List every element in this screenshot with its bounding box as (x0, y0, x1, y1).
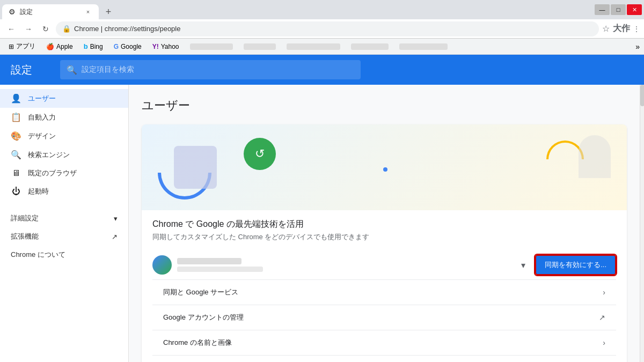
content-area: ユーザー ↺ Chrome で Google の最先端技術を活用 同期してカスタ… (129, 85, 640, 362)
yahoo-icon: Y! (152, 43, 159, 50)
bookmark-apps[interactable]: ⊞ アプリ (4, 41, 40, 52)
bookmark-apple-label: Apple (56, 43, 73, 50)
tab-title: 設定 (20, 8, 33, 17)
address-bar: ← → ↻ 🔒 Chrome | chrome://settings/peopl… (0, 19, 644, 39)
restore-button[interactable]: □ (611, 4, 626, 15)
bookmark-bing[interactable]: b Bing (79, 41, 107, 51)
forward-button[interactable]: → (21, 22, 35, 36)
sidebar-extensions-label: 拡張機能 (11, 232, 39, 241)
scrollbar-track[interactable] (640, 85, 644, 362)
close-button[interactable]: ✕ (627, 4, 642, 15)
tab-favicon: ⚙ (9, 8, 16, 16)
sidebar-item-autofill[interactable]: 📋 自動入力 (0, 108, 128, 127)
default-browser-icon: 🖥 (11, 168, 21, 178)
minimize-button[interactable]: — (595, 4, 610, 15)
sidebar-about-label: Chrome について (11, 250, 65, 260)
sidebar-extensions-ext-icon: ↗ (112, 233, 118, 241)
window-controls: — □ ✕ (595, 4, 642, 15)
apple-icon: 🍎 (46, 43, 54, 50)
user-account-row: ▾ 同期を有効にする... (152, 250, 616, 280)
bookmarks-bar: ⊞ アプリ 🍎 Apple b Bing G Google Y! Yahoo » (0, 39, 644, 55)
scrollbar-thumb[interactable] (640, 85, 644, 106)
hero-dot-decoration (383, 167, 387, 172)
sidebar-startup-label: 起動時 (28, 187, 49, 196)
bookmark-blurred-3[interactable] (282, 42, 345, 51)
new-tab-button[interactable]: + (101, 4, 116, 19)
user-name-blurred (177, 258, 241, 264)
sidebar-autofill-label: 自動入力 (28, 113, 56, 122)
sidebar-section-extensions[interactable]: 拡張機能 ↗ (0, 227, 128, 246)
sidebar-advanced-label: 詳細設定 (11, 213, 39, 223)
user-avatar (152, 255, 172, 275)
account-dropdown-icon[interactable]: ▾ (521, 260, 525, 270)
url-text: Chrome | chrome://settings/people (74, 25, 180, 33)
hero-subtitle: 同期してカスタマイズした Chrome をどのデバイスでも使用できます (152, 232, 616, 242)
bookmarks-more-button[interactable]: » (635, 42, 640, 51)
sync-services-label: 同期と Google サービス (163, 287, 238, 297)
sidebar-item-users[interactable]: 👤 ユーザー (0, 89, 128, 108)
search-engine-icon: 🔍 (11, 150, 21, 160)
chrome-name-chevron: › (603, 338, 605, 347)
bookmark-blurred-4[interactable] (347, 42, 393, 51)
sidebar-item-search-engine[interactable]: 🔍 検索エンジン (0, 145, 128, 164)
chrome-name-label: Chrome の名前と画像 (163, 338, 232, 348)
menu-row-sync-services[interactable]: 同期と Google サービス › (152, 280, 616, 305)
user-hero: ↺ (142, 124, 627, 210)
user-info: Chrome で Google の最先端技術を活用 同期してカスタマイズした C… (142, 210, 627, 362)
menu-row-google-account[interactable]: Google アカウントの管理 ↗ (152, 305, 616, 330)
settings-search-box[interactable]: 🔍 設定項目を検索 (60, 60, 361, 79)
bookmark-google-label: Google (121, 43, 142, 50)
design-icon: 🎨 (11, 131, 21, 141)
sidebar-advanced-arrow: ▾ (114, 215, 118, 223)
profile-avatar-placeholder (174, 146, 217, 189)
tab-close-button[interactable]: × (84, 8, 92, 16)
bookmark-bing-label: Bing (90, 43, 103, 50)
sync-services-chevron: › (603, 288, 605, 297)
user-email-blurred (177, 267, 263, 272)
bing-icon: b (84, 42, 88, 50)
bookmark-apple[interactable]: 🍎 Apple (42, 42, 77, 51)
sync-enable-button[interactable]: 同期を有効にする... (535, 255, 616, 275)
apps-icon: ⊞ (9, 43, 14, 50)
sidebar-item-startup[interactable]: ⏻ 起動時 (0, 182, 128, 201)
menu-row-import[interactable]: ブックマークと設定のインポート › (152, 356, 616, 362)
bookmark-blurred-1[interactable] (186, 42, 237, 51)
tab-area: ⚙ 設定 × + (2, 0, 595, 19)
bookmark-blurred-2[interactable] (239, 42, 280, 51)
bookmark-google[interactable]: G Google (109, 42, 146, 51)
bookmark-yahoo[interactable]: Y! Yahoo (148, 42, 184, 51)
user-icon: 👤 (11, 93, 21, 104)
sidebar-design-label: デザイン (28, 131, 56, 141)
sidebar: 👤 ユーザー 📋 自動入力 🎨 デザイン 🔍 検索エンジン 🖥 既定のブラウザ … (0, 85, 129, 362)
settings-page-title: 設定 (11, 63, 32, 77)
menu-row-chrome-name[interactable]: Chrome の名前と画像 › (152, 330, 616, 356)
profile-icon-area (174, 146, 217, 189)
sidebar-item-design[interactable]: 🎨 デザイン (0, 127, 128, 145)
startup-icon: ⏻ (11, 187, 21, 196)
sync-circle-icon: ↺ (244, 138, 276, 170)
chrome-menu-button[interactable]: ⋮ (633, 25, 640, 33)
search-placeholder-text: 設定項目を検索 (82, 65, 134, 75)
bookmark-apps-label: アプリ (16, 42, 35, 51)
google-icon: G (114, 43, 119, 50)
hero-title: Chrome で Google の最先端技術を活用 (152, 219, 616, 230)
sidebar-section-advanced[interactable]: 詳細設定 ▾ (0, 209, 128, 227)
main-window: 👤 ユーザー 📋 自動入力 🎨 デザイン 🔍 検索エンジン 🖥 既定のブラウザ … (0, 85, 644, 362)
settings-header: 設定 🔍 設定項目を検索 (0, 55, 644, 85)
sidebar-section-about[interactable]: Chrome について (0, 246, 128, 264)
sidebar-item-default-browser[interactable]: 🖥 既定のブラウザ (0, 164, 128, 182)
back-button[interactable]: ← (4, 22, 18, 36)
url-bar[interactable]: 🔒 Chrome | chrome://settings/people (56, 21, 599, 36)
bookmark-yahoo-label: Yahoo (161, 43, 179, 50)
address-menu-icon[interactable]: 大作 (613, 23, 630, 34)
reload-button[interactable]: ↻ (39, 22, 53, 36)
google-account-label: Google アカウントの管理 (163, 313, 244, 322)
active-tab[interactable]: ⚙ 設定 × (2, 4, 99, 19)
bookmark-blurred-5[interactable] (395, 42, 452, 51)
bookmark-star-icon[interactable]: ☆ (602, 24, 610, 34)
sidebar-users-label: ユーザー (28, 94, 56, 104)
google-account-external-icon: ↗ (599, 313, 605, 322)
search-icon: 🔍 (67, 65, 77, 75)
user-card: ↺ Chrome で Google の最先端技術を活用 同期してカスタマイズした… (142, 124, 627, 362)
sidebar-search-engine-label: 検索エンジン (28, 150, 70, 160)
